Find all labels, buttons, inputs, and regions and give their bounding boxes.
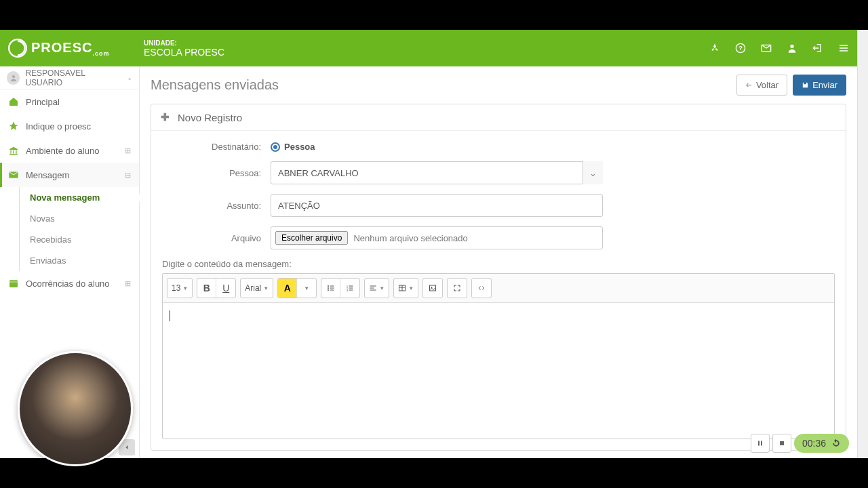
pessoa-value[interactable] xyxy=(271,161,603,184)
file-choose-button[interactable]: Escolher arquivo xyxy=(275,231,348,245)
signout-icon[interactable] xyxy=(812,43,823,54)
page-title: Mensagens enviadas xyxy=(151,77,279,93)
svg-rect-17 xyxy=(780,441,784,445)
help-icon[interactable]: ? xyxy=(735,43,746,54)
institution-icon xyxy=(8,145,19,156)
fullscreen-button[interactable] xyxy=(448,279,467,298)
letterbox-top xyxy=(0,0,868,30)
stop-button[interactable] xyxy=(772,434,791,453)
ol-button[interactable]: 123 xyxy=(340,279,359,298)
send-button[interactable]: Enviar xyxy=(793,75,846,96)
svg-point-6 xyxy=(328,285,329,287)
svg-text:3: 3 xyxy=(347,289,348,292)
calendar-icon xyxy=(8,278,19,289)
sidebar-sub-novas[interactable]: Novas xyxy=(14,208,139,229)
file-status: Nenhum arquivo selecionado xyxy=(353,233,467,243)
arquivo-input[interactable]: Escolher arquivo Nenhum arquivo selecion… xyxy=(271,226,603,249)
sidebar-item-label: Ocorrências do aluno xyxy=(26,279,110,289)
editor-toolbar: 13▼ B U Arial ▼ A ▼ xyxy=(163,274,834,303)
sidebar-sub-nova-mensagem[interactable]: Nova mensagem xyxy=(14,187,139,208)
plus-icon: ✚ xyxy=(161,111,170,123)
recorder-controls: 00:36 xyxy=(751,434,849,453)
rocket-icon[interactable] xyxy=(709,43,720,54)
sidebar-sub-recebidas[interactable]: Recebidas xyxy=(14,229,139,250)
chevron-down-icon: ⌄ xyxy=(127,74,132,81)
underline-button[interactable]: U xyxy=(216,279,235,298)
back-button[interactable]: Voltar xyxy=(736,75,787,96)
unit-label: UNIDADE: xyxy=(144,39,224,47)
svg-rect-5 xyxy=(9,280,18,287)
logo[interactable]: PROESC.com xyxy=(8,39,138,58)
assunto-label: Assunto: xyxy=(162,201,271,211)
mail-icon[interactable] xyxy=(761,43,772,54)
code-button[interactable] xyxy=(472,279,491,298)
assunto-input[interactable] xyxy=(271,194,603,217)
sidebar-item-ocorrencias[interactable]: Ocorrências do aluno ⊞ xyxy=(0,271,139,296)
text-cursor xyxy=(170,310,170,321)
sidebar-user[interactable]: RESPONSAVEL USUARIO ⌄ xyxy=(0,66,139,89)
svg-point-0 xyxy=(9,39,26,57)
content: Mensagens enviadas Voltar Enviar ✚ Novo … xyxy=(140,66,857,458)
recorder-pill[interactable]: 00:36 xyxy=(794,434,849,453)
sidebar-item-indique[interactable]: Indique o proesc xyxy=(0,114,139,138)
sidebar-item-label: Principal xyxy=(26,97,60,107)
fullscreen-icon xyxy=(453,284,461,292)
image-button[interactable] xyxy=(423,279,442,298)
chevron-left-icon xyxy=(123,443,131,451)
sidebar-item-label: Mensagem xyxy=(26,170,69,180)
sidebar-sub-enviadas[interactable]: Enviadas xyxy=(14,250,139,271)
menu-icon[interactable] xyxy=(838,43,849,54)
radio-label: Pessoa xyxy=(284,142,315,152)
svg-rect-15 xyxy=(758,441,760,446)
editor-body[interactable] xyxy=(163,303,834,439)
user-icon[interactable] xyxy=(787,43,797,54)
sidebar-item-label: Ambiente do aluno xyxy=(26,146,99,156)
image-icon xyxy=(429,284,437,292)
unit-block: UNIDADE: ESCOLA PROESC xyxy=(144,39,224,58)
panel-novo-registro: ✚ Novo Registro Destinatário: Pessoa Pes… xyxy=(151,104,846,451)
fontcolor-button[interactable]: A xyxy=(278,279,297,298)
topbar: PROESC.com UNIDADE: ESCOLA PROESC ? xyxy=(0,30,857,66)
panel-header[interactable]: ✚ Novo Registro xyxy=(151,104,846,131)
table-icon xyxy=(398,284,406,292)
svg-point-7 xyxy=(328,287,329,289)
bold-button[interactable]: B xyxy=(197,279,216,298)
pessoa-select[interactable]: ⌄ xyxy=(271,161,603,184)
svg-text:?: ? xyxy=(738,45,743,52)
expand-icon: ⊞ xyxy=(125,279,131,288)
svg-rect-16 xyxy=(761,441,762,446)
sidebar-item-label: Indique o proesc xyxy=(26,121,91,131)
scrollbar[interactable] xyxy=(857,30,868,458)
home-icon xyxy=(8,96,19,107)
list-ol-icon: 123 xyxy=(346,284,354,292)
logo-icon xyxy=(8,39,27,58)
svg-point-3 xyxy=(790,45,793,48)
fontname-button[interactable]: Arial ▼ xyxy=(241,279,273,298)
sidebar-item-mensagem[interactable]: Mensagem ⊟ xyxy=(0,163,139,187)
destinatario-radio-pessoa[interactable]: Pessoa xyxy=(271,142,315,152)
collapse-icon: ⊟ xyxy=(125,171,131,180)
destinatario-label: Destinatário: xyxy=(162,142,271,152)
pause-button[interactable] xyxy=(751,434,770,453)
save-icon xyxy=(802,81,809,89)
restart-icon xyxy=(831,439,841,448)
sidebar-user-name: RESPONSAVEL USUARIO xyxy=(25,68,121,87)
avatar-icon xyxy=(7,71,20,85)
table-button[interactable]: ▼ xyxy=(394,279,418,298)
stop-icon xyxy=(778,439,786,447)
fontsize-button[interactable]: 13▼ xyxy=(167,279,192,298)
sidebar-item-principal[interactable]: Principal xyxy=(0,89,139,114)
webcam-overlay xyxy=(18,351,133,466)
fontcolor-picker-button[interactable]: ▼ xyxy=(297,279,316,298)
panel-title: Novo Registro xyxy=(178,112,242,123)
align-button[interactable]: ▼ xyxy=(365,279,389,298)
pause-icon xyxy=(756,439,764,447)
arrow-left-icon xyxy=(745,81,753,89)
sidebar-item-ambiente[interactable]: Ambiente do aluno ⊞ xyxy=(0,138,139,163)
code-icon xyxy=(477,284,486,292)
unit-name: ESCOLA PROESC xyxy=(144,47,224,58)
envelope-icon xyxy=(8,169,19,180)
radio-icon xyxy=(271,142,280,152)
list-ul-icon xyxy=(327,284,335,292)
ul-button[interactable] xyxy=(321,279,340,298)
